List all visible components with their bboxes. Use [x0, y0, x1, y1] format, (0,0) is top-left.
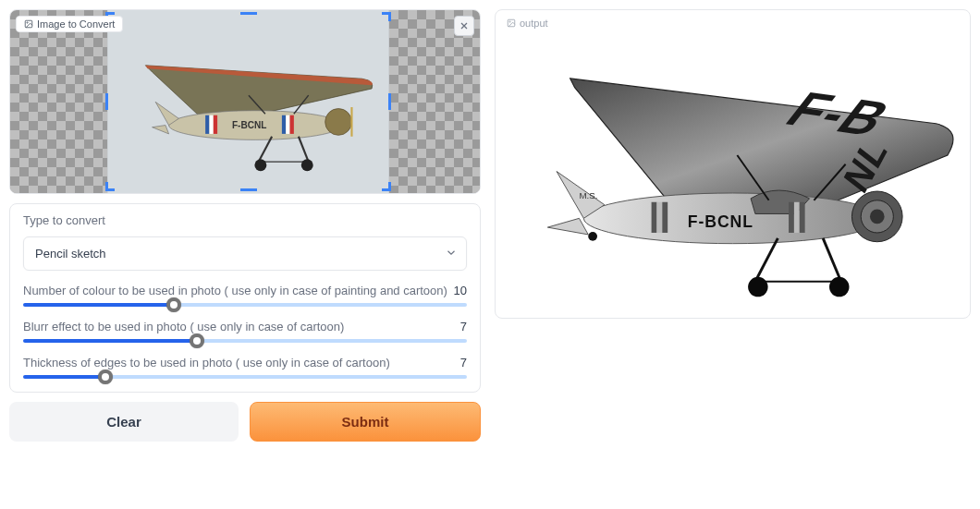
input-image[interactable]: F-BCNL: [107, 10, 389, 193]
svg-line-10: [258, 136, 271, 161]
output-panel: output: [495, 9, 971, 319]
svg-rect-3: [213, 115, 216, 133]
svg-point-34: [870, 210, 885, 224]
svg-point-39: [829, 277, 849, 297]
slider-label: Blurr effect to be used in photo ( use o…: [23, 320, 344, 333]
slider-colour-count: Number of colour to be used in photo ( u…: [23, 284, 467, 307]
image-input-label: Image to Convert: [16, 16, 123, 32]
type-label: Type to convert: [23, 213, 467, 227]
close-icon: [459, 20, 470, 31]
output-label: output: [501, 16, 964, 30]
svg-line-36: [823, 238, 841, 282]
controls-panel: Type to convert Pencil sketch Number of …: [9, 203, 481, 393]
svg-line-11: [298, 136, 308, 161]
edge-thickness-slider[interactable]: [23, 375, 467, 379]
slider-value: 10: [454, 284, 467, 297]
image-icon: [507, 18, 516, 28]
slider-edge-thickness: Thickness of edges to be used in photo (…: [23, 356, 467, 379]
slider-label: Thickness of edges to be used in photo (…: [23, 356, 390, 370]
svg-rect-30: [800, 202, 805, 233]
submit-button[interactable]: Submit: [250, 402, 481, 442]
image-icon: [24, 19, 33, 29]
svg-rect-2: [209, 115, 213, 133]
svg-rect-29: [794, 202, 800, 233]
type-select[interactable]: Pencil sketch: [23, 236, 467, 271]
blur-slider[interactable]: [23, 339, 467, 343]
svg-rect-6: [289, 115, 293, 133]
svg-point-18: [27, 22, 28, 23]
svg-rect-25: [652, 202, 657, 233]
svg-point-14: [300, 159, 312, 171]
button-row: Clear Submit: [9, 402, 481, 442]
svg-point-8: [325, 108, 351, 135]
svg-rect-26: [656, 202, 662, 233]
svg-text:M.S.: M.S.: [579, 190, 597, 200]
output-image[interactable]: F-B NL M.S.: [505, 38, 961, 309]
slider-label: Number of colour to be used in photo ( u…: [23, 284, 447, 297]
svg-text:F-BCNL: F-BCNL: [232, 120, 266, 130]
airplane-sketch-icon: F-B NL M.S.: [505, 38, 961, 309]
svg-rect-28: [789, 202, 794, 233]
image-input-panel[interactable]: F-BCNL: [9, 9, 481, 194]
clear-image-button[interactable]: [454, 16, 474, 36]
svg-rect-1: [205, 115, 209, 133]
airplane-icon: F-BCNL: [116, 22, 382, 182]
svg-rect-5: [286, 115, 289, 133]
svg-rect-27: [662, 202, 668, 233]
slider-value: 7: [460, 356, 467, 370]
slider-blur: Blurr effect to be used in photo ( use o…: [23, 320, 467, 343]
svg-text:F-BCNL: F-BCNL: [688, 212, 753, 231]
svg-point-38: [748, 277, 767, 297]
svg-point-20: [509, 21, 510, 22]
colour-count-slider[interactable]: [23, 303, 467, 307]
svg-line-35: [755, 238, 778, 282]
svg-rect-4: [281, 115, 285, 133]
svg-point-13: [254, 159, 266, 171]
svg-point-40: [588, 232, 597, 241]
clear-button[interactable]: Clear: [9, 402, 239, 442]
slider-value: 7: [460, 320, 467, 333]
